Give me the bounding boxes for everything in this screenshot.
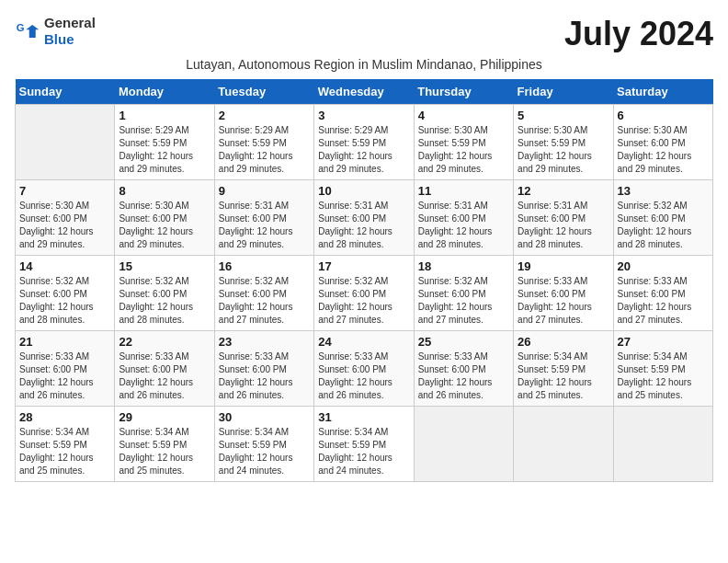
day-number: 22 (119, 335, 210, 349)
page-subtitle: Lutayan, Autonomous Region in Muslim Min… (15, 57, 713, 72)
day-number: 2 (219, 109, 310, 122)
day-number: 30 (219, 410, 310, 424)
calendar-cell: 26Sunrise: 5:34 AM Sunset: 5:59 PM Dayli… (514, 331, 613, 407)
day-info: Sunrise: 5:32 AM Sunset: 6:00 PM Dayligh… (318, 275, 409, 327)
day-info: Sunrise: 5:32 AM Sunset: 6:00 PM Dayligh… (219, 275, 310, 327)
day-info: Sunrise: 5:33 AM Sunset: 6:00 PM Dayligh… (219, 350, 310, 402)
day-number: 8 (119, 184, 210, 198)
calendar-week-row: 28Sunrise: 5:34 AM Sunset: 5:59 PM Dayli… (16, 407, 713, 482)
day-number: 4 (418, 109, 509, 122)
day-number: 12 (518, 184, 609, 198)
logo-icon: G (15, 18, 40, 44)
calendar-cell: 25Sunrise: 5:33 AM Sunset: 6:00 PM Dayli… (414, 331, 513, 407)
day-number: 19 (518, 259, 609, 273)
day-number: 14 (19, 259, 110, 273)
day-number: 21 (19, 335, 110, 349)
calendar-cell: 6Sunrise: 5:30 AM Sunset: 6:00 PM Daylig… (613, 105, 712, 180)
day-number: 13 (618, 184, 709, 198)
day-info: Sunrise: 5:33 AM Sunset: 6:00 PM Dayligh… (119, 350, 210, 402)
calendar-cell: 10Sunrise: 5:31 AM Sunset: 6:00 PM Dayli… (314, 180, 414, 256)
calendar-cell: 17Sunrise: 5:32 AM Sunset: 6:00 PM Dayli… (314, 256, 414, 331)
day-number: 3 (318, 109, 409, 122)
day-info: Sunrise: 5:32 AM Sunset: 6:00 PM Dayligh… (119, 275, 210, 327)
day-info: Sunrise: 5:34 AM Sunset: 5:59 PM Dayligh… (119, 426, 210, 477)
day-info: Sunrise: 5:32 AM Sunset: 6:00 PM Dayligh… (19, 275, 110, 327)
day-number: 20 (618, 259, 709, 273)
day-info: Sunrise: 5:29 AM Sunset: 5:59 PM Dayligh… (318, 124, 409, 176)
day-number: 15 (119, 259, 210, 273)
day-number: 29 (119, 410, 210, 424)
calendar-cell: 1Sunrise: 5:29 AM Sunset: 5:59 PM Daylig… (115, 105, 214, 180)
day-number: 24 (318, 335, 409, 349)
day-info: Sunrise: 5:33 AM Sunset: 6:00 PM Dayligh… (318, 350, 409, 402)
day-number: 27 (618, 335, 709, 349)
calendar-cell: 8Sunrise: 5:30 AM Sunset: 6:00 PM Daylig… (115, 180, 214, 256)
calendar-cell: 3Sunrise: 5:29 AM Sunset: 5:59 PM Daylig… (314, 105, 414, 180)
day-info: Sunrise: 5:31 AM Sunset: 6:00 PM Dayligh… (219, 200, 310, 251)
calendar-cell: 12Sunrise: 5:31 AM Sunset: 6:00 PM Dayli… (514, 180, 613, 256)
day-number: 28 (19, 410, 110, 424)
day-info: Sunrise: 5:31 AM Sunset: 6:00 PM Dayligh… (518, 200, 609, 251)
column-header-tuesday: Tuesday (214, 79, 313, 105)
day-number: 7 (19, 184, 110, 198)
calendar-cell: 27Sunrise: 5:34 AM Sunset: 5:59 PM Dayli… (613, 331, 712, 407)
calendar-cell: 30Sunrise: 5:34 AM Sunset: 5:59 PM Dayli… (214, 407, 313, 482)
page-header: G General Blue July 2024 (15, 15, 713, 53)
column-header-thursday: Thursday (414, 79, 513, 105)
column-header-friday: Friday (514, 79, 613, 105)
calendar-cell: 28Sunrise: 5:34 AM Sunset: 5:59 PM Dayli… (16, 407, 115, 482)
calendar-cell (514, 407, 613, 482)
day-number: 11 (418, 184, 509, 198)
calendar-week-row: 7Sunrise: 5:30 AM Sunset: 6:00 PM Daylig… (16, 180, 713, 256)
day-info: Sunrise: 5:29 AM Sunset: 5:59 PM Dayligh… (219, 124, 310, 176)
calendar-week-row: 1Sunrise: 5:29 AM Sunset: 5:59 PM Daylig… (16, 105, 713, 180)
day-info: Sunrise: 5:34 AM Sunset: 5:59 PM Dayligh… (318, 426, 409, 477)
day-number: 1 (119, 109, 210, 122)
svg-text:G: G (17, 22, 25, 33)
day-number: 9 (219, 184, 310, 198)
calendar-table: SundayMondayTuesdayWednesdayThursdayFrid… (15, 79, 713, 482)
column-header-monday: Monday (115, 79, 214, 105)
day-info: Sunrise: 5:29 AM Sunset: 5:59 PM Dayligh… (119, 124, 210, 176)
calendar-cell: 15Sunrise: 5:32 AM Sunset: 6:00 PM Dayli… (115, 256, 214, 331)
calendar-cell: 31Sunrise: 5:34 AM Sunset: 5:59 PM Dayli… (314, 407, 414, 482)
day-number: 5 (518, 109, 609, 122)
day-info: Sunrise: 5:31 AM Sunset: 6:00 PM Dayligh… (318, 200, 409, 251)
calendar-cell: 21Sunrise: 5:33 AM Sunset: 6:00 PM Dayli… (16, 331, 115, 407)
svg-marker-1 (26, 25, 39, 38)
column-header-saturday: Saturday (613, 79, 712, 105)
day-number: 18 (418, 259, 509, 273)
column-header-sunday: Sunday (16, 79, 115, 105)
calendar-cell: 5Sunrise: 5:30 AM Sunset: 5:59 PM Daylig… (514, 105, 613, 180)
day-info: Sunrise: 5:31 AM Sunset: 6:00 PM Dayligh… (418, 200, 509, 251)
day-info: Sunrise: 5:30 AM Sunset: 6:00 PM Dayligh… (19, 200, 110, 251)
logo-line1: General (44, 15, 96, 31)
day-info: Sunrise: 5:30 AM Sunset: 6:00 PM Dayligh… (119, 200, 210, 251)
day-number: 17 (318, 259, 409, 273)
day-info: Sunrise: 5:34 AM Sunset: 5:59 PM Dayligh… (19, 426, 110, 477)
calendar-cell: 29Sunrise: 5:34 AM Sunset: 5:59 PM Dayli… (115, 407, 214, 482)
logo: G General Blue (15, 15, 96, 48)
day-info: Sunrise: 5:33 AM Sunset: 6:00 PM Dayligh… (518, 275, 609, 327)
day-info: Sunrise: 5:32 AM Sunset: 6:00 PM Dayligh… (418, 275, 509, 327)
day-number: 31 (318, 410, 409, 424)
day-number: 26 (518, 335, 609, 349)
calendar-cell: 4Sunrise: 5:30 AM Sunset: 5:59 PM Daylig… (414, 105, 513, 180)
calendar-week-row: 14Sunrise: 5:32 AM Sunset: 6:00 PM Dayli… (16, 256, 713, 331)
calendar-header-row: SundayMondayTuesdayWednesdayThursdayFrid… (16, 79, 713, 105)
day-number: 23 (219, 335, 310, 349)
day-info: Sunrise: 5:33 AM Sunset: 6:00 PM Dayligh… (418, 350, 509, 402)
month-title: July 2024 (564, 15, 713, 53)
day-number: 25 (418, 335, 509, 349)
column-header-wednesday: Wednesday (314, 79, 414, 105)
day-number: 16 (219, 259, 310, 273)
calendar-cell: 11Sunrise: 5:31 AM Sunset: 6:00 PM Dayli… (414, 180, 513, 256)
calendar-cell: 20Sunrise: 5:33 AM Sunset: 6:00 PM Dayli… (613, 256, 712, 331)
calendar-cell (16, 105, 115, 180)
calendar-cell: 9Sunrise: 5:31 AM Sunset: 6:00 PM Daylig… (214, 180, 313, 256)
day-info: Sunrise: 5:30 AM Sunset: 5:59 PM Dayligh… (518, 124, 609, 176)
calendar-cell (613, 407, 712, 482)
day-info: Sunrise: 5:33 AM Sunset: 6:00 PM Dayligh… (618, 275, 709, 327)
day-info: Sunrise: 5:30 AM Sunset: 6:00 PM Dayligh… (618, 124, 709, 176)
day-info: Sunrise: 5:30 AM Sunset: 5:59 PM Dayligh… (418, 124, 509, 176)
